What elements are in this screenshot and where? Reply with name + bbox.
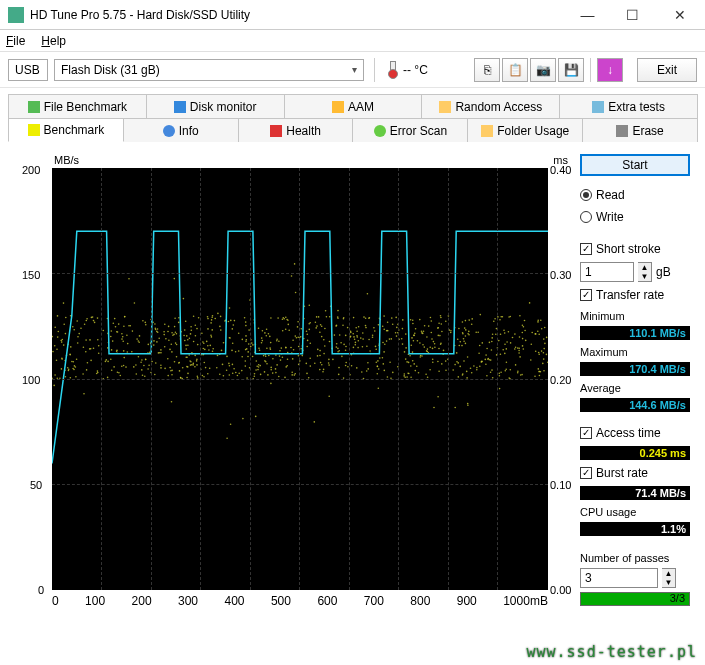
svg-point-379 [211, 329, 213, 331]
screenshot-button[interactable]: 📷 [530, 58, 556, 82]
tab-random-access[interactable]: Random Access [421, 94, 560, 118]
maximize-button[interactable]: ☐ [610, 0, 655, 29]
svg-point-153 [73, 361, 75, 363]
svg-point-319 [266, 348, 268, 350]
burst-rate-checkbox[interactable] [580, 467, 592, 479]
svg-point-821 [505, 370, 507, 372]
svg-point-376 [160, 367, 162, 369]
tab-benchmark[interactable]: Benchmark [8, 118, 124, 142]
svg-point-514 [80, 327, 82, 329]
svg-point-584 [427, 377, 429, 379]
tab-file-benchmark[interactable]: File Benchmark [8, 94, 147, 118]
close-button[interactable]: ✕ [655, 0, 705, 29]
svg-point-749 [155, 329, 157, 331]
temperature-display: -- °C [385, 61, 428, 79]
svg-point-100 [543, 352, 545, 354]
svg-point-475 [350, 336, 352, 338]
svg-point-757 [437, 396, 439, 398]
menu-help[interactable]: Help [41, 34, 66, 48]
transfer-rate-checkbox[interactable] [580, 289, 592, 301]
svg-point-162 [276, 340, 278, 342]
svg-point-343 [229, 365, 231, 367]
svg-point-92 [245, 340, 247, 342]
read-label: Read [596, 188, 625, 202]
svg-point-38 [490, 372, 492, 374]
read-radio[interactable] [580, 189, 592, 201]
svg-point-688 [413, 335, 415, 337]
tab-info[interactable]: Info [123, 118, 239, 142]
svg-point-359 [425, 374, 427, 376]
minimize-button[interactable]: — [565, 0, 610, 29]
svg-point-460 [421, 355, 423, 357]
tab-error-scan[interactable]: Error Scan [352, 118, 468, 142]
svg-point-106 [345, 362, 347, 364]
disk-select[interactable]: Flash Disk (31 gB) ▾ [54, 59, 364, 81]
svg-point-682 [238, 372, 240, 374]
svg-point-666 [287, 358, 289, 360]
tab-aam[interactable]: AAM [284, 94, 423, 118]
svg-point-341 [467, 403, 469, 405]
svg-point-604 [406, 361, 408, 363]
svg-point-639 [174, 361, 176, 363]
svg-point-315 [275, 354, 277, 356]
short-stroke-checkbox[interactable] [580, 243, 592, 255]
svg-point-21 [309, 357, 311, 359]
svg-point-158 [432, 362, 434, 364]
copy-info-button[interactable]: ⎘ [474, 58, 500, 82]
svg-point-204 [232, 342, 234, 344]
save-button[interactable]: 💾 [558, 58, 584, 82]
options-button[interactable]: ↓ [597, 58, 623, 82]
svg-point-476 [321, 336, 323, 338]
exit-button[interactable]: Exit [637, 58, 697, 82]
svg-point-386 [208, 349, 210, 351]
svg-point-331 [460, 341, 462, 343]
tab-disk-monitor[interactable]: Disk monitor [146, 94, 285, 118]
svg-point-673 [519, 336, 521, 338]
svg-point-454 [132, 330, 134, 332]
svg-point-234 [217, 313, 219, 315]
svg-point-272 [319, 331, 321, 333]
tab-erase[interactable]: Erase [582, 118, 698, 142]
svg-point-133 [106, 359, 108, 361]
svg-point-346 [422, 344, 424, 346]
start-button[interactable]: Start [580, 154, 690, 176]
short-stroke-spinner[interactable]: ▲▼ [638, 262, 652, 282]
svg-point-387 [353, 347, 355, 349]
copy-screenshot-button[interactable]: 📋 [502, 58, 528, 82]
tab-health[interactable]: Health [238, 118, 354, 142]
write-radio[interactable] [580, 211, 592, 223]
tab-row-top: File Benchmark Disk monitor AAM Random A… [8, 94, 697, 118]
svg-point-623 [185, 345, 187, 347]
svg-point-178 [356, 331, 358, 333]
passes-input[interactable]: 3 [580, 568, 658, 588]
svg-point-466 [174, 278, 176, 280]
svg-point-64 [105, 361, 107, 363]
svg-point-801 [187, 373, 189, 375]
svg-point-384 [494, 318, 496, 320]
svg-point-572 [54, 374, 56, 376]
svg-point-215 [485, 363, 487, 365]
tab-folder-usage[interactable]: Folder Usage [467, 118, 583, 142]
window-title: HD Tune Pro 5.75 - Hard Disk/SSD Utility [30, 8, 565, 22]
transfer-rate-label: Transfer rate [596, 288, 664, 302]
svg-point-868 [210, 322, 212, 324]
svg-point-852 [255, 416, 257, 418]
short-stroke-input[interactable]: 1 [580, 262, 634, 282]
svg-point-111 [122, 336, 124, 338]
svg-point-217 [153, 344, 155, 346]
svg-point-312 [125, 366, 127, 368]
svg-point-895 [121, 338, 123, 340]
svg-point-197 [187, 339, 189, 341]
tab-extra-tests[interactable]: Extra tests [559, 94, 698, 118]
svg-point-116 [256, 360, 258, 362]
svg-point-303 [357, 347, 359, 349]
svg-point-509 [141, 359, 143, 361]
svg-point-753 [431, 332, 433, 334]
svg-point-564 [471, 372, 473, 374]
access-time-checkbox[interactable] [580, 427, 592, 439]
menu-file[interactable]: File [6, 34, 25, 48]
svg-point-296 [190, 333, 192, 335]
svg-point-250 [478, 353, 480, 355]
svg-point-185 [86, 320, 88, 322]
passes-spinner[interactable]: ▲▼ [662, 568, 676, 588]
